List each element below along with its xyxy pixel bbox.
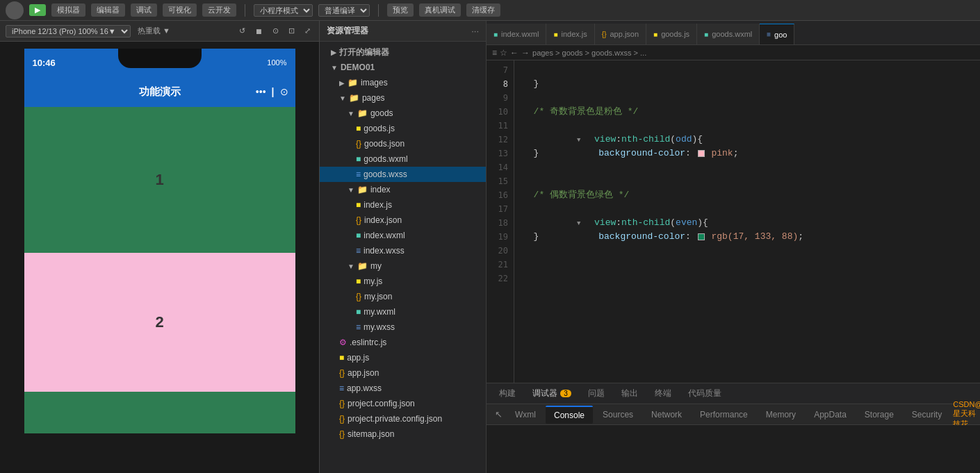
phone-share-btn[interactable]: ⊙ — [280, 86, 288, 97]
refresh-btn[interactable]: ↺ — [236, 25, 248, 37]
tab-goods-js[interactable]: ■ goods.js — [646, 24, 697, 44]
devtools-tab-performance[interactable]: Performance — [692, 406, 756, 424]
real-machine-btn[interactable]: 真机调试 — [419, 3, 461, 17]
simulator-btn[interactable]: 模拟器 — [51, 3, 85, 17]
tree-item-eslintrc[interactable]: ⚙ .eslintrc.js — [320, 335, 486, 350]
devtools-tab-wxml[interactable]: Wxml — [507, 406, 544, 424]
js-icon: ■ — [356, 200, 361, 210]
tree-item-app-js[interactable]: ■ app.js — [320, 350, 486, 365]
cloud-btn[interactable]: 云开发 — [202, 3, 236, 17]
devtools-tab-storage[interactable]: Storage — [856, 406, 902, 424]
phone-nav-title: 功能演示 — [139, 85, 181, 99]
tree-label: .eslintrc.js — [350, 338, 386, 347]
hot-reload-btn[interactable]: 热重载 ▼ — [135, 24, 173, 38]
tab-goods-wxml[interactable]: ■ goods.wxml — [697, 24, 760, 44]
tree-label: index.wxml — [364, 231, 405, 240]
json-icon: {} — [356, 139, 361, 149]
bottom-tab-label: 终端 — [655, 388, 671, 399]
json-icon: {} — [339, 414, 345, 424]
devtools-cursor-btn[interactable]: ↖ — [492, 409, 505, 420]
tree-item-sitemap[interactable]: {} sitemap.json — [320, 426, 486, 442]
preview-btn[interactable]: 预览 — [387, 3, 414, 17]
js-icon: ■ — [339, 353, 344, 363]
bottom-tab-label: 调试器 — [532, 388, 557, 399]
tree-item-project-private[interactable]: {} project.private.config.json — [320, 411, 486, 426]
devtools-tab-console[interactable]: Console — [546, 406, 593, 424]
compile-select[interactable]: 普通编译 — [318, 4, 370, 17]
editor-main: 7 8 9 10 11 12 13 14 15 16 17 18 19 20 2… — [487, 60, 980, 383]
tree-item-my-json[interactable]: {} my.json — [320, 289, 486, 304]
breadcrumb-nav-btn[interactable]: ≡ — [492, 48, 497, 58]
tree-item-goods-wxml[interactable]: ■ goods.wxml — [320, 151, 486, 167]
tree-item-project-config[interactable]: {} project.config.json — [320, 396, 486, 411]
tree-item-goods-js[interactable]: ■ goods.js — [320, 121, 486, 136]
tree-item-app-wxss[interactable]: ≡ app.wxss — [320, 381, 486, 396]
tree-item-my-wxml[interactable]: ■ my.wxml — [320, 304, 486, 320]
explorer-tree: ▶ 打开的编辑器 ▼ DEMO01 ▶ 📁 images ▼ 📁 pages — [320, 42, 486, 473]
compile-mode-select[interactable]: 小程序模式 — [254, 4, 313, 17]
tree-item-index-wxss[interactable]: ≡ index.wxss — [320, 243, 486, 258]
devtools-tab-network[interactable]: Network — [643, 406, 690, 424]
devtools-tab-label: Sources — [603, 410, 633, 420]
code-line-11: ▼ view:nth-child(odd){ — [523, 119, 972, 133]
tab-index-js[interactable]: ■ index.js — [546, 24, 594, 44]
tree-item-index-js[interactable]: ■ index.js — [320, 197, 486, 213]
phone-more-btn[interactable]: ••• — [256, 86, 266, 97]
stop-btn[interactable]: ⏹ — [252, 26, 266, 37]
breadcrumb-forward-btn[interactable]: → — [521, 48, 530, 58]
tree-item-my-js[interactable]: ■ my.js — [320, 274, 486, 289]
devtools-tab-sources[interactable]: Sources — [594, 406, 642, 424]
tree-label: pages — [362, 93, 385, 103]
bottom-tab-debug[interactable]: 调试器 3 — [525, 385, 578, 402]
tree-item-goods-json[interactable]: {} goods.json — [320, 136, 486, 151]
line-num-7: 7 — [503, 63, 508, 77]
visualize-btn[interactable]: 可视化 — [163, 3, 197, 17]
compile-btn[interactable]: ▶ — [29, 4, 46, 16]
device-select[interactable]: iPhone 12/13 (Pro) 100% 16▼ — [6, 25, 131, 38]
phone-body: 1 2 — [24, 107, 295, 433]
debug-btn[interactable]: 调试 — [131, 3, 157, 17]
tree-item-my[interactable]: ▼ 📁 my — [320, 258, 486, 274]
wxss-icon: ≡ — [339, 383, 344, 393]
code-editor[interactable]: } /* 奇数背景色是粉色 */ ▼ view:nth-child(odd){ … — [514, 60, 980, 383]
tree-item-goods[interactable]: ▼ 📁 goods — [320, 106, 486, 121]
avatar[interactable] — [6, 1, 24, 19]
phone-nav-icons: ••• | ⊙ — [256, 86, 288, 97]
devtools-tab-appdata[interactable]: AppData — [806, 406, 855, 424]
rotate-btn[interactable]: ⊡ — [286, 25, 297, 37]
wxml-tab-icon: ■ — [493, 31, 498, 38]
tree-label: app.json — [348, 368, 379, 378]
phone-notch — [118, 49, 202, 68]
tree-item-index[interactable]: ▼ 📁 index — [320, 182, 486, 197]
tree-item-goods-wxss[interactable]: ≡ goods.wxss — [320, 167, 486, 182]
clear-storage-btn[interactable]: 清缓存 — [466, 3, 500, 17]
phone-item-2: 2 — [24, 253, 295, 392]
tab-app-json[interactable]: {} app.json — [595, 24, 646, 44]
bottom-tab-issues[interactable]: 问题 — [581, 385, 612, 402]
open-editors-section[interactable]: ▶ 打开的编辑器 — [320, 44, 486, 60]
tree-item-pages[interactable]: ▼ 📁 pages — [320, 90, 486, 106]
tab-goods-wxss[interactable]: ≡ goo — [760, 24, 794, 44]
bottom-tab-quality[interactable]: 代码质量 — [681, 385, 728, 402]
home-btn[interactable]: ⊙ — [270, 25, 281, 37]
bottom-tab-build[interactable]: 构建 — [492, 385, 523, 402]
bottom-tab-output[interactable]: 输出 — [614, 385, 645, 402]
tree-item-app-json[interactable]: {} app.json — [320, 365, 486, 381]
tree-item-images[interactable]: ▶ 📁 images — [320, 75, 486, 90]
breadcrumb-back-btn[interactable]: ← — [510, 48, 518, 58]
breadcrumb-bookmark-btn[interactable]: ☆ — [500, 48, 507, 58]
devtools-tab-label: AppData — [814, 410, 847, 420]
bottom-tab-terminal[interactable]: 终端 — [648, 385, 678, 402]
json-icon: {} — [356, 292, 361, 301]
explorer-more-btn[interactable]: ··· — [471, 26, 479, 36]
fullscreen-btn[interactable]: ⤢ — [302, 25, 313, 37]
root-folder[interactable]: ▼ DEMO01 — [320, 60, 486, 75]
tab-index-wxml[interactable]: ■ index.wxml — [487, 24, 546, 44]
tree-item-index-wxml[interactable]: ■ index.wxml — [320, 228, 486, 243]
tree-item-my-wxss[interactable]: ≡ my.wxss — [320, 320, 486, 335]
editor-btn[interactable]: 编辑器 — [91, 3, 125, 17]
devtools-tab-security[interactable]: Security — [904, 406, 950, 424]
devtools-tab-memory[interactable]: Memory — [758, 406, 804, 424]
top-toolbar: ▶ 模拟器 编辑器 调试 可视化 云开发 小程序模式 普通编译 预览 真机调试 … — [0, 0, 980, 21]
tree-item-index-json[interactable]: {} index.json — [320, 213, 486, 228]
